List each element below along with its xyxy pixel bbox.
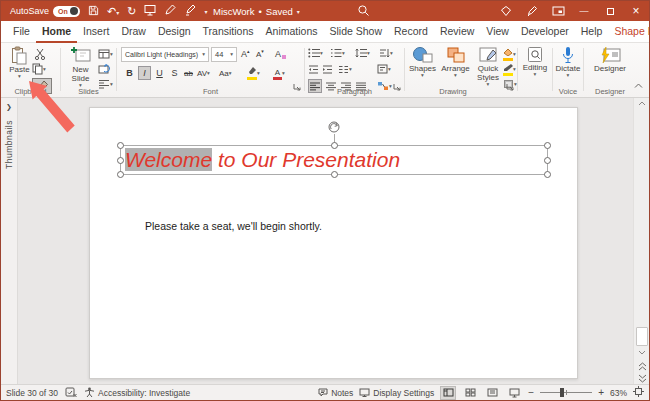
grow-font-button[interactable]: A▴ [241,47,250,61]
notes-button[interactable]: Notes [318,388,353,398]
italic-button[interactable]: I [138,66,151,80]
premium-diamond-icon[interactable] [493,1,519,21]
tab-view[interactable]: View [480,21,515,43]
slide-show-button[interactable] [506,386,522,400]
tab-transitions[interactable]: Transitions [197,21,260,43]
expand-thumbnails-icon[interactable]: ❯ [6,103,12,111]
resize-handle-s[interactable] [331,171,338,178]
accessibility-status[interactable]: Accessibility: Investigate [84,387,190,398]
selected-text[interactable]: Welcome [125,148,212,171]
drawing-dialog-launcher[interactable] [506,77,514,95]
title-textbox[interactable]: Welcome to Our Presentation [120,145,548,175]
slide-title-text[interactable]: Welcome to Our Presentation [125,146,400,174]
scroll-up-icon[interactable] [636,101,648,106]
reading-view-button[interactable] [484,386,500,400]
maximize-button[interactable] [597,1,623,21]
font-name-combo[interactable]: Calibri Light (Headings)▾ [121,47,209,62]
line-spacing-button[interactable]: ▾ [355,46,370,60]
paste-button[interactable]: Paste ▾ [6,46,33,79]
font-dialog-launcher[interactable] [293,77,301,95]
redo-icon[interactable]: ↻ [127,6,136,17]
undo-icon[interactable]: ↶▾ [107,6,119,17]
strikethrough-button[interactable]: ab [181,66,196,80]
tab-record[interactable]: Record [388,21,434,43]
designer-button[interactable]: Designer [590,46,630,73]
normal-view-button[interactable] [440,386,456,400]
highlight-color-button[interactable]: ▾ [247,66,260,80]
tab-help[interactable]: Help [575,21,609,43]
autosave-toggle[interactable]: AutoSave On [10,6,80,17]
paragraph-dialog-launcher[interactable] [393,77,401,95]
highlighter-pen-icon[interactable] [184,4,196,18]
customize-qat-icon[interactable]: ▾ [204,8,207,15]
numbering-button[interactable]: ▾ [330,46,345,60]
underline-button[interactable]: U [153,66,166,80]
text-direction-button[interactable]: ▾ [377,62,391,76]
clear-formatting-button[interactable]: A [275,47,286,61]
reset-slide-button[interactable] [98,62,110,76]
cut-button[interactable] [34,47,46,61]
slide-number-indicator[interactable]: Slide 30 of 30 [6,388,58,398]
thumbnails-pane-collapsed[interactable]: ❯ Thumbnails [1,98,18,386]
text-sort-direction-button[interactable]: ▾ [379,46,393,60]
font-color-button[interactable]: A▾ [273,66,285,80]
slide-sorter-view-button[interactable] [462,386,478,400]
search-icon[interactable] [357,4,370,19]
tab-animations[interactable]: Animations [260,21,324,43]
resize-handle-sw[interactable] [117,171,124,178]
rotation-handle[interactable] [327,120,341,138]
tab-slide-show[interactable]: Slide Show [324,21,389,43]
tab-review[interactable]: Review [434,21,480,43]
shape-fill-button[interactable]: ▾ [503,47,516,61]
bold-button[interactable]: B [123,66,136,80]
font-size-combo[interactable]: 44▾ [211,47,237,62]
scroll-down-icon[interactable] [636,350,648,355]
draw-pen-icon[interactable] [164,4,176,18]
tab-file[interactable]: File [7,21,36,43]
resize-handle-n[interactable] [331,142,338,149]
document-title[interactable]: MiscWork • Saved ▾ [213,1,300,21]
tab-design[interactable]: Design [152,21,197,43]
resize-handle-nw[interactable] [117,142,124,149]
scrollbar-thumb[interactable] [636,327,648,346]
display-settings-button[interactable]: Display Settings [359,388,434,398]
text-shadow-button[interactable]: S [168,66,181,80]
arrange-button[interactable]: Arrange ▾ [440,46,471,78]
editing-button[interactable]: Editing ▾ [520,46,550,77]
presenter-view-icon[interactable] [545,1,571,21]
fit-slide-button[interactable] [633,386,644,399]
spell-check-icon[interactable] [65,387,77,398]
zoom-in-button[interactable]: + [598,387,604,398]
slide-body-text[interactable]: Please take a seat, we'll begin shortly. [145,220,322,232]
resize-handle-se[interactable] [544,171,551,178]
start-slideshow-icon[interactable] [144,4,156,18]
zoom-out-button[interactable]: − [528,387,534,398]
increase-indent-button[interactable] [322,62,333,76]
zoom-percentage[interactable]: 63% [610,388,627,398]
previous-slide-button[interactable] [636,362,648,371]
tab-draw[interactable]: Draw [115,21,152,43]
ink-pen-icon[interactable] [519,1,545,21]
tab-developer[interactable]: Developer [515,21,575,43]
tab-insert[interactable]: Insert [77,21,115,43]
next-slide-button[interactable] [636,374,648,383]
slide-canvas[interactable]: Welcome to Our Presentation Please take … [89,107,578,379]
collapse-ribbon-icon[interactable] [634,75,643,93]
autosave-switch[interactable]: On [53,6,80,17]
save-icon[interactable] [88,5,99,18]
zoom-slider-thumb[interactable] [560,388,564,397]
character-spacing-button[interactable]: AV▾ [197,66,210,80]
decrease-indent-button[interactable] [308,62,319,76]
title-rest-text[interactable]: to Our Presentation [212,148,400,171]
tab-home[interactable]: Home [36,21,77,43]
bullets-button[interactable]: ▾ [308,46,323,60]
dictate-button[interactable]: Dictate ▾ [554,46,582,78]
new-slide-button[interactable]: New Slide ▾ [64,46,97,88]
zoom-slider[interactable] [540,392,592,393]
vertical-scrollbar[interactable] [633,98,649,386]
slide-layout-button[interactable]: ▾ [98,47,113,61]
close-button[interactable]: × [623,1,649,21]
resize-handle-ne[interactable] [544,142,551,149]
columns-button[interactable]: ▾ [338,62,352,76]
resize-handle-w[interactable] [117,157,124,164]
